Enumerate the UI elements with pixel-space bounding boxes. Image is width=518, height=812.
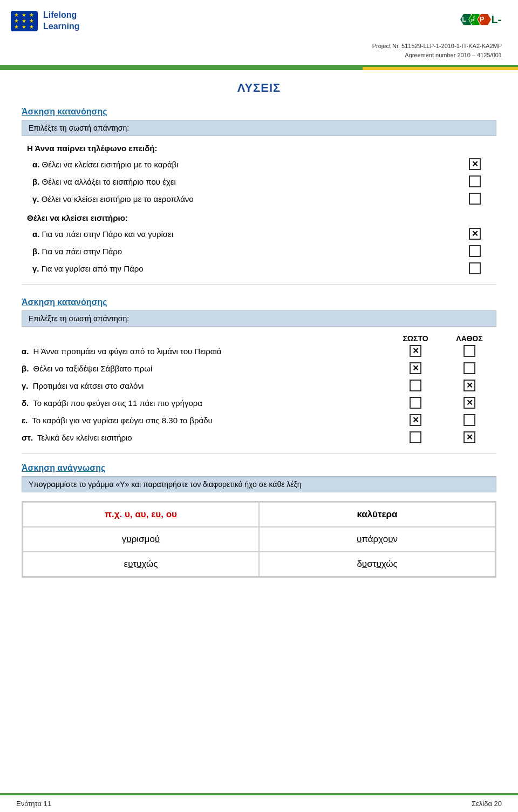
checkbox-correct — [410, 345, 421, 357]
lifelong-learning-text: Lifelong Learning — [43, 10, 80, 32]
reading-text: , α — [130, 509, 141, 519]
option-text: α. Θέλει να κλείσει εισιτήριο με το καρά… — [32, 160, 453, 169]
reading-text-u: ύ — [372, 509, 378, 519]
reading-cell-right-1: καλύτερα — [259, 502, 495, 527]
checkbox-correct-cell — [388, 380, 442, 391]
row-label: δ. Το καράβι που φεύγει στις 11 πάει πιο… — [22, 398, 388, 408]
reading-text: χώς — [141, 559, 158, 569]
checkbox-wrong — [464, 397, 475, 409]
option-row: β. Για να πάει στην Πάρο — [32, 245, 496, 257]
option-row: γ. Θέλει να κλείσει εισιτήριο με το αερο… — [32, 193, 496, 205]
section1-heading: Άσκηση κατανόησης — [22, 107, 496, 117]
table-row: β. Θέλει να ταξιδέψει Σάββατο πρωί — [22, 362, 496, 374]
reading-text-u2: υ — [376, 559, 381, 569]
svg-text:P: P — [480, 16, 484, 23]
table-row: στ. Τελικά δεν κλείνει εισιτήριο — [22, 431, 496, 443]
checkbox-correct-cell — [388, 414, 442, 426]
checkbox-correct-cell — [388, 397, 442, 409]
option-letter: γ. — [32, 264, 39, 273]
table-row: γ. Προτιμάει να κάτσει στο σαλόνι — [22, 380, 496, 391]
svg-text:L-PACK: L-PACK — [491, 13, 502, 25]
reading-cell-left-1: π.χ. υ, αυ, ευ, ου — [23, 502, 259, 527]
option-row: α. Θέλει να κλείσει εισιτήριο με το καρά… — [32, 158, 496, 170]
page: ★ ★ ★★ ★ ★★ ★ ★ Lifelong Learning L 2 P … — [0, 0, 518, 812]
project-info: Project Nr. 511529-LLP-1-2010-1-IT-KA2-K… — [372, 42, 502, 59]
row-checkboxes — [388, 362, 496, 374]
reading-text-u: υ — [125, 509, 130, 519]
section1-options2: α. Για να πάει στην Πάρο και να γυρίσει … — [22, 228, 496, 274]
section1: Άσκηση κατανόησης Επιλέξτε τη σωστή απάν… — [22, 107, 496, 274]
checkbox-wrong-cell — [442, 362, 496, 374]
section3-heading: Άσκηση ανάγνωσης — [22, 463, 496, 473]
checkbox-cell — [453, 175, 496, 187]
checkbox-wrong — [464, 414, 475, 426]
row-letter: α. — [22, 347, 29, 356]
col-header-correct: ΣΩΣΤΟ — [388, 334, 442, 343]
section3-instruction: Υπογραμμίστε το γράμμα «Υ» και παρατηρήσ… — [22, 476, 496, 492]
checkbox-correct — [410, 431, 421, 443]
table-header-row: ΣΩΣΤΟ ΛΑΘΟΣ — [22, 334, 496, 343]
eu-logo: ★ ★ ★★ ★ ★★ ★ ★ — [11, 11, 38, 31]
checkbox-correct — [410, 397, 421, 409]
checkbox-wrong-cell — [442, 414, 496, 426]
lpack-logo: L 2 P P L-PACK — [459, 10, 502, 39]
checkbox-wrong-cell — [442, 431, 496, 443]
checkbox-cell — [453, 228, 496, 240]
reading-text: , ε — [146, 509, 156, 519]
checkbox — [469, 228, 481, 240]
option-text: α. Για να πάει στην Πάρο και να γυρίσει — [32, 229, 453, 239]
option-text: β. Θέλει να αλλάξει το εισιτήριο που έχε… — [32, 177, 453, 186]
svg-text:L: L — [462, 16, 466, 23]
reading-text-u2: ύ — [155, 534, 160, 544]
checkbox — [469, 193, 481, 205]
reading-text: π.χ. — [105, 509, 125, 519]
row-letter: β. — [22, 364, 29, 373]
reading-text: πάρχο — [362, 534, 388, 544]
checkbox-correct-cell — [388, 345, 442, 357]
checkbox-wrong-cell — [442, 397, 496, 409]
checkbox-wrong-cell — [442, 380, 496, 391]
checkbox-wrong — [464, 345, 475, 357]
checkbox-wrong — [464, 431, 475, 443]
svg-text:P: P — [471, 18, 475, 24]
checkbox-cell — [453, 262, 496, 274]
row-letter: στ. — [22, 433, 33, 442]
option-row: α. Για να πάει στην Πάρο και να γυρίσει — [32, 228, 496, 240]
option-letter: α. — [32, 229, 39, 239]
reading-text-u4: υ — [172, 509, 177, 519]
reading-text-u: υ — [357, 534, 362, 544]
checkbox-correct — [410, 414, 421, 426]
reading-text-u2: υ — [141, 509, 146, 519]
agreement-nr: Agreement number 2010 – 4125/001 — [372, 51, 502, 60]
checkbox-cell — [453, 193, 496, 205]
section-divider — [22, 284, 496, 285]
option-text: γ. Για να γυρίσει από την Πάρο — [32, 264, 453, 273]
checkbox-wrong — [464, 362, 475, 374]
checkbox-wrong — [464, 380, 475, 391]
section2: Άσκηση κατανόησης Επιλέξτε τη σωστή απάν… — [22, 297, 496, 443]
checkbox — [469, 245, 481, 257]
reading-text: χώς — [381, 559, 398, 569]
section1-question: Η Άννα παίρνει τηλέφωνο επειδή: — [27, 144, 496, 153]
checkbox — [469, 158, 481, 170]
reading-cell-right-2: υπάρχουν — [259, 527, 495, 552]
section2-instruction: Επιλέξτε τη σωστή απάντηση: — [22, 310, 496, 327]
option-letter: α. — [32, 160, 39, 169]
lifelong-line1: Lifelong — [43, 10, 80, 21]
reading-cell-left-3: ευτυχώς — [23, 552, 259, 577]
checkbox-correct-cell — [388, 362, 442, 374]
header: ★ ★ ★★ ★ ★★ ★ ★ Lifelong Learning L 2 P … — [0, 0, 518, 67]
footer: Ενότητα 11 Σελίδα 20 — [0, 793, 518, 812]
section1-options: α. Θέλει να κλείσει εισιτήριο με το καρά… — [22, 158, 496, 205]
option-letter: β. — [32, 177, 39, 186]
row-checkboxes — [388, 431, 496, 443]
option-letter: γ. — [32, 194, 39, 204]
reading-text: ρισμο — [132, 534, 155, 544]
reading-text: καλ — [357, 509, 372, 519]
header-right: L 2 P P L-PACK Project Nr. 511529-LLP-1-… — [372, 10, 502, 59]
reading-text: ν — [393, 534, 398, 544]
section3: Άσκηση ανάγνωσης Υπογραμμίστε το γράμμα … — [22, 463, 496, 578]
reading-cell-left-2: γυρισμού — [23, 527, 259, 552]
option-letter: β. — [32, 247, 39, 256]
reading-text: τερα — [378, 509, 398, 519]
